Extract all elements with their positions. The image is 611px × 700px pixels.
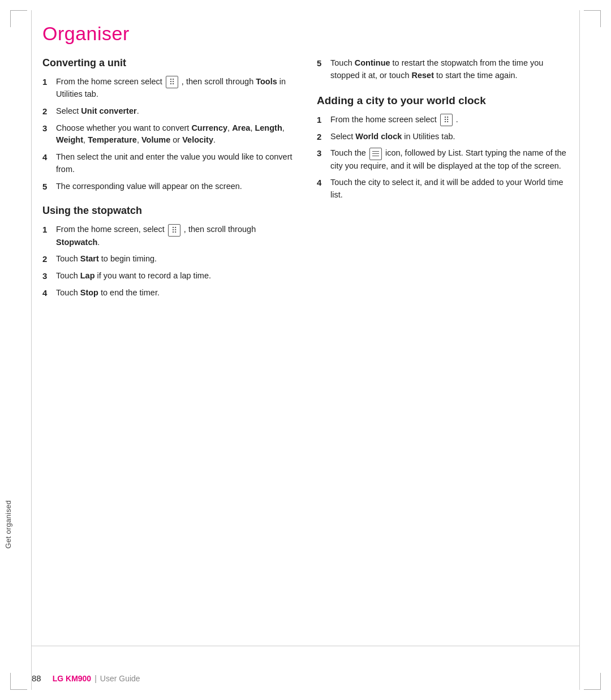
step-number: 4 — [317, 177, 327, 189]
section-heading-converting: Converting a unit — [42, 57, 294, 69]
menu-icon-lines — [370, 149, 381, 158]
list-item: 3 Choose whether you want to convert Cur… — [42, 122, 294, 147]
step-number: 4 — [42, 151, 53, 164]
step-content: From the home screen, select , then scro… — [56, 224, 294, 248]
step-content: Touch Start to begin timing. — [56, 253, 157, 265]
list-item: 4 Then select the unit and enter the val… — [42, 151, 294, 176]
corner-mark-bl — [10, 673, 27, 690]
step-content: From the home screen select . — [330, 114, 458, 126]
step-number: 3 — [42, 122, 53, 135]
step-number: 5 — [317, 57, 327, 70]
corner-mark-br — [584, 673, 601, 690]
list-item: 2 Select Unit converter. — [42, 105, 294, 118]
section-heading-worldclock: Adding a city to your world clock — [317, 95, 569, 107]
menu-line — [372, 153, 379, 154]
right-column: 5 Touch Continue to restart the stopwatc… — [317, 57, 569, 312]
list-item: 1 From the home screen select . — [317, 114, 569, 126]
step-number: 2 — [317, 131, 327, 143]
left-column: Converting a unit 1 From the home screen… — [42, 57, 294, 312]
step-number: 1 — [317, 114, 327, 126]
list-item: 5 Touch Continue to restart the stopwatc… — [317, 57, 569, 82]
step-number: 1 — [42, 224, 53, 236]
list-item: 1 From the home screen, select , then sc… — [42, 224, 294, 248]
section-stopwatch: Using the stopwatch 1 From the home scre… — [42, 205, 294, 299]
corner-mark-tr — [584, 10, 601, 27]
step-number: 3 — [317, 147, 327, 160]
page-number: 88 — [32, 673, 41, 683]
step-content: The corresponding value will appear on t… — [56, 181, 242, 193]
list-item: 1 From the home screen select , then scr… — [42, 76, 294, 101]
apps-icon — [440, 114, 453, 126]
sidebar-label: Get organised — [4, 500, 12, 549]
footer: 88 LG KM900 | User Guide — [32, 673, 579, 683]
page: Get organised 88 LG KM900 | User Guide O… — [0, 0, 611, 700]
margin-line-left — [31, 10, 32, 690]
brand-name: LG KM900 — [53, 674, 91, 683]
page-title: Organiser — [42, 23, 569, 45]
two-column-layout: Converting a unit 1 From the home screen… — [42, 57, 569, 312]
step-number: 3 — [42, 270, 53, 282]
stopwatch-step5-block: 5 Touch Continue to restart the stopwatc… — [317, 57, 569, 82]
step-number: 2 — [42, 105, 53, 118]
step-content: Touch the icon, followed by List. Start … — [330, 147, 569, 172]
apps-icon — [168, 224, 180, 237]
menu-line — [372, 151, 379, 152]
section-heading-stopwatch: Using the stopwatch — [42, 205, 294, 217]
step-number: 1 — [42, 76, 53, 88]
step-content: Select Unit converter. — [56, 105, 139, 118]
section-world-clock: Adding a city to your world clock 1 From… — [317, 95, 569, 201]
step-content: Then select the unit and enter the value… — [56, 151, 294, 176]
step-content: From the home screen select , then scrol… — [56, 76, 294, 101]
step-content: Touch the city to select it, and it will… — [330, 177, 569, 201]
menu-line — [372, 156, 379, 157]
list-item: 3 Touch Lap if you want to record a lap … — [42, 270, 294, 282]
step-content: Touch Lap if you want to record a lap ti… — [56, 270, 211, 282]
section-converting-unit: Converting a unit 1 From the home screen… — [42, 57, 294, 192]
list-item: 4 Touch Stop to end the timer. — [42, 287, 294, 299]
apps-icon — [166, 76, 178, 88]
step-number: 5 — [42, 181, 53, 193]
guide-label: User Guide — [100, 674, 140, 683]
list-item: 2 Touch Start to begin timing. — [42, 253, 294, 265]
margin-line-right — [579, 10, 580, 690]
step-number: 4 — [42, 287, 53, 299]
step-content: Choose whether you want to convert Curre… — [56, 122, 294, 147]
converting-unit-list: 1 From the home screen select , then scr… — [42, 76, 294, 192]
stopwatch-step5-list: 5 Touch Continue to restart the stopwatc… — [317, 57, 569, 82]
step-content: Touch Stop to end the timer. — [56, 287, 160, 299]
corner-mark-tl — [10, 10, 27, 27]
list-item: 4 Touch the city to select it, and it wi… — [317, 177, 569, 201]
stopwatch-list: 1 From the home screen, select , then sc… — [42, 224, 294, 299]
footer-separator-line — [32, 646, 579, 646]
step-content: Touch Continue to restart the stopwatch … — [330, 57, 569, 82]
main-content: Organiser Converting a unit 1 From the h… — [42, 23, 569, 638]
footer-pipe: | — [94, 674, 97, 683]
list-item: 3 Touch the icon, — [317, 147, 569, 172]
step-number: 2 — [42, 253, 53, 265]
list-item: 5 The corresponding value will appear on… — [42, 181, 294, 193]
list-item: 2 Select World clock in Utilities tab. — [317, 131, 569, 143]
worldclock-list: 1 From the home screen select . 2 Select… — [317, 114, 569, 201]
menu-icon — [369, 148, 382, 160]
step-content: Select World clock in Utilities tab. — [330, 131, 455, 143]
